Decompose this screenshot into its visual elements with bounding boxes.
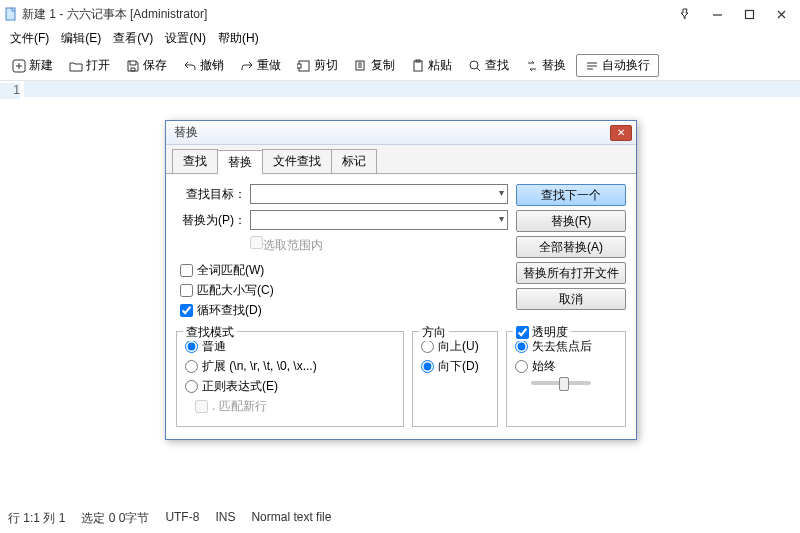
transparency-legend: 透明度 [513, 324, 571, 341]
svg-point-9 [470, 61, 478, 69]
tb-replace[interactable]: 替换 [519, 54, 572, 77]
window-controls [678, 7, 796, 21]
menu-settings[interactable]: 设置(N) [165, 30, 206, 47]
find-input[interactable] [250, 184, 508, 204]
redo-icon [240, 59, 254, 73]
cut-icon [297, 59, 311, 73]
menu-help[interactable]: 帮助(H) [218, 30, 259, 47]
in-selection-check: 选取范围内 [250, 236, 323, 254]
paste-icon [411, 59, 425, 73]
tb-paste[interactable]: 粘贴 [405, 54, 458, 77]
search-mode-group: 查找模式 普通 扩展 (\n, \r, \t, \0, \x...) 正则表达式… [176, 331, 404, 427]
dialog-body: 查找目标： 替换为(P)： 选取范围内 全词匹配(W) 匹配大小写(C) 循环查… [166, 174, 636, 439]
whole-word-check[interactable]: 全词匹配(W) [180, 262, 516, 279]
replace-open-button[interactable]: 替换所有打开文件 [516, 262, 626, 284]
find-label: 查找目标： [176, 186, 246, 203]
save-icon [126, 59, 140, 73]
dialog-close-button[interactable]: ✕ [610, 125, 632, 141]
svg-rect-0 [6, 8, 15, 20]
direction-group: 方向 向上(U) 向下(D) [412, 331, 498, 427]
loop-check[interactable]: 循环查找(D) [180, 302, 516, 319]
tb-wrap[interactable]: 自动换行 [576, 54, 659, 77]
dialog-titlebar[interactable]: 替换 ✕ [166, 121, 636, 145]
tab-mark[interactable]: 标记 [331, 149, 377, 173]
status-position: 行 1:1 列 1 [8, 510, 65, 527]
dialog-tabs: 查找 替换 文件查找 标记 [166, 145, 636, 174]
status-insert-mode: INS [215, 510, 235, 527]
menu-edit[interactable]: 编辑(E) [61, 30, 101, 47]
transparency-slider[interactable] [531, 381, 591, 385]
replace-icon [525, 59, 539, 73]
match-case-check[interactable]: 匹配大小写(C) [180, 282, 516, 299]
title-bar: 新建 1 - 六六记事本 [Administrator] [0, 0, 800, 28]
undo-icon [183, 59, 197, 73]
tab-replace[interactable]: 替换 [217, 150, 263, 174]
transparency-check[interactable] [516, 326, 529, 339]
pin-icon[interactable] [678, 7, 692, 21]
menu-view[interactable]: 查看(V) [113, 30, 153, 47]
find-next-button[interactable]: 查找下一个 [516, 184, 626, 206]
replace-all-button[interactable]: 全部替换(A) [516, 236, 626, 258]
replace-label: 替换为(P)： [176, 212, 246, 229]
tb-find[interactable]: 查找 [462, 54, 515, 77]
match-newline-check: . 匹配新行 [195, 398, 395, 415]
menu-file[interactable]: 文件(F) [10, 30, 49, 47]
toolbar: 新建 打开 保存 撤销 重做 剪切 复制 粘贴 查找 替换 自动换行 [0, 51, 800, 81]
status-encoding: UTF-8 [165, 510, 199, 527]
options-checks: 全词匹配(W) 匹配大小写(C) 循环查找(D) [180, 262, 516, 319]
tb-open[interactable]: 打开 [63, 54, 116, 77]
status-language: Normal text file [251, 510, 331, 527]
trans-always-radio[interactable]: 始终 [515, 358, 617, 375]
replace-button[interactable]: 替换(R) [516, 210, 626, 232]
tab-filefind[interactable]: 文件查找 [262, 149, 332, 173]
svg-rect-5 [297, 64, 301, 68]
mode-extended-radio[interactable]: 扩展 (\n, \r, \t, \0, \x...) [185, 358, 395, 375]
line-gutter: 1 [0, 81, 24, 501]
folder-icon [69, 59, 83, 73]
tb-new[interactable]: 新建 [6, 54, 59, 77]
window-title: 新建 1 - 六六记事本 [Administrator] [22, 6, 678, 23]
replace-input[interactable] [250, 210, 508, 230]
search-mode-legend: 查找模式 [183, 324, 237, 341]
transparency-group: 透明度 失去焦点后 始终 [506, 331, 626, 427]
minimize-button[interactable] [710, 7, 724, 21]
tb-redo[interactable]: 重做 [234, 54, 287, 77]
status-selection: 选定 0 0字节 [81, 510, 149, 527]
dialog-title: 替换 [170, 124, 610, 141]
tb-save[interactable]: 保存 [120, 54, 173, 77]
dir-down-radio[interactable]: 向下(D) [421, 358, 489, 375]
tab-find[interactable]: 查找 [172, 149, 218, 173]
app-icon [4, 7, 18, 21]
mode-regex-radio[interactable]: 正则表达式(E) [185, 378, 278, 395]
tb-cut[interactable]: 剪切 [291, 54, 344, 77]
tb-copy[interactable]: 复制 [348, 54, 401, 77]
svg-rect-2 [745, 10, 753, 18]
replace-dialog: 替换 ✕ 查找 替换 文件查找 标记 查找目标： 替换为(P)： 选取范围内 [165, 120, 637, 440]
maximize-button[interactable] [742, 7, 756, 21]
close-button[interactable] [774, 7, 788, 21]
copy-icon [354, 59, 368, 73]
search-icon [468, 59, 482, 73]
tb-undo[interactable]: 撤销 [177, 54, 230, 77]
plus-icon [12, 59, 26, 73]
direction-legend: 方向 [419, 324, 449, 341]
wrap-icon [585, 59, 599, 73]
line-number: 1 [0, 83, 20, 99]
status-bar: 行 1:1 列 1 选定 0 0字节 UTF-8 INS Normal text… [8, 510, 331, 527]
cancel-button[interactable]: 取消 [516, 288, 626, 310]
menu-bar: 文件(F) 编辑(E) 查看(V) 设置(N) 帮助(H) [0, 28, 800, 51]
button-column: 查找下一个 替换(R) 全部替换(A) 替换所有打开文件 取消 [516, 184, 626, 325]
